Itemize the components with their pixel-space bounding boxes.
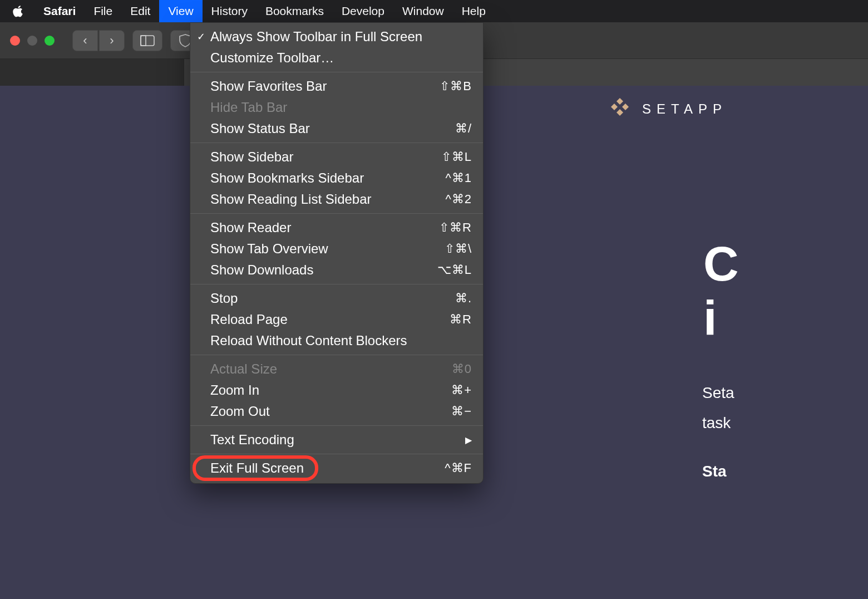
menu-item-label: Show Tab Overview bbox=[210, 241, 328, 257]
menu-item-shortcut: ⌘+ bbox=[451, 383, 472, 397]
menu-item-actual-size: Actual Size⌘0 bbox=[190, 359, 483, 380]
menu-item-shortcut: ^⌘1 bbox=[445, 171, 472, 185]
menu-item-label: Show Favorites Bar bbox=[210, 78, 327, 94]
view-menu[interactable]: View bbox=[159, 0, 202, 22]
menu-item-label: Exit Full Screen bbox=[210, 460, 304, 476]
menu-item-shortcut: ⌘− bbox=[451, 404, 472, 419]
help-menu[interactable]: Help bbox=[453, 0, 495, 22]
menu-item-label: Show Bookmarks Sidebar bbox=[210, 170, 364, 186]
menu-item-shortcut: ⌘/ bbox=[455, 121, 472, 136]
menu-item-label: Text Encoding bbox=[210, 432, 294, 448]
menu-item-label: Always Show Toolbar in Full Screen bbox=[210, 29, 422, 45]
menu-item-shortcut: ⌘0 bbox=[452, 362, 472, 376]
menu-item-show-downloads[interactable]: Show Downloads⌥⌘L bbox=[190, 259, 483, 281]
develop-menu[interactable]: Develop bbox=[333, 0, 393, 22]
menu-item-shortcut: ⌘. bbox=[455, 291, 472, 306]
menu-item-label: Zoom In bbox=[210, 382, 259, 398]
traffic-lights bbox=[10, 36, 55, 46]
chevron-right-icon: › bbox=[110, 33, 114, 48]
menu-item-label: Show Reader bbox=[210, 220, 291, 235]
menu-item-label: Reload Without Content Blockers bbox=[210, 333, 407, 348]
menu-separator bbox=[190, 454, 483, 454]
menu-item-always-show-toolbar-in-full-screen[interactable]: ✓Always Show Toolbar in Full Screen bbox=[190, 26, 483, 47]
hero-heading: C i bbox=[703, 237, 739, 345]
menu-item-label: Actual Size bbox=[210, 361, 277, 377]
menu-item-shortcut: ⇧⌘\ bbox=[445, 242, 472, 256]
history-menu[interactable]: History bbox=[203, 0, 257, 22]
menu-item-shortcut: ⇧⌘R bbox=[439, 220, 472, 235]
menu-item-customize-toolbar[interactable]: Customize Toolbar… bbox=[190, 47, 483, 68]
menu-item-shortcut: ⌘R bbox=[450, 312, 472, 327]
menu-item-shortcut: ^⌘F bbox=[445, 461, 472, 475]
menu-item-text-encoding[interactable]: Text Encoding▶ bbox=[190, 429, 483, 450]
setapp-mark-icon bbox=[608, 97, 632, 121]
window-menu[interactable]: Window bbox=[393, 0, 453, 22]
menu-separator bbox=[190, 213, 483, 214]
menu-item-show-sidebar[interactable]: Show Sidebar⇧⌘L bbox=[190, 146, 483, 168]
hero-body: Seta task Sta bbox=[702, 380, 734, 485]
menu-item-shortcut: ^⌘2 bbox=[445, 192, 472, 207]
edit-menu[interactable]: Edit bbox=[121, 0, 159, 22]
menu-separator bbox=[190, 355, 483, 355]
menu-item-zoom-in[interactable]: Zoom In⌘+ bbox=[190, 380, 483, 401]
menu-item-show-tab-overview[interactable]: Show Tab Overview⇧⌘\ bbox=[190, 238, 483, 259]
menu-separator bbox=[190, 143, 483, 143]
menu-item-label: Show Sidebar bbox=[210, 149, 293, 165]
menu-item-shortcut: ⇧⌘L bbox=[441, 150, 472, 164]
menu-item-show-reading-list-sidebar[interactable]: Show Reading List Sidebar^⌘2 bbox=[190, 189, 483, 210]
setapp-logo[interactable]: SETAPP bbox=[608, 97, 727, 121]
menu-item-exit-full-screen[interactable]: Exit Full Screen^⌘F bbox=[190, 458, 483, 479]
menu-item-show-favorites-bar[interactable]: Show Favorites Bar⇧⌘B bbox=[190, 76, 483, 97]
submenu-arrow-icon: ▶ bbox=[465, 435, 472, 445]
menu-item-zoom-out[interactable]: Zoom Out⌘− bbox=[190, 401, 483, 422]
menu-item-show-bookmarks-sidebar[interactable]: Show Bookmarks Sidebar^⌘1 bbox=[190, 168, 483, 189]
menu-item-show-status-bar[interactable]: Show Status Bar⌘/ bbox=[190, 118, 483, 139]
menu-item-label: Hide Tab Bar bbox=[210, 100, 287, 115]
menu-item-shortcut: ⌥⌘L bbox=[437, 263, 472, 277]
close-button[interactable] bbox=[10, 36, 20, 46]
menu-separator bbox=[190, 425, 483, 426]
menu-item-shortcut: ⇧⌘B bbox=[440, 79, 472, 94]
forward-button[interactable]: › bbox=[99, 30, 125, 51]
svg-rect-1 bbox=[141, 36, 146, 46]
menu-bar[interactable]: Safari File Edit View History Bookmarks … bbox=[0, 0, 868, 22]
checkmark-icon: ✓ bbox=[197, 31, 205, 43]
svg-rect-0 bbox=[141, 36, 154, 46]
menu-item-show-reader[interactable]: Show Reader⇧⌘R bbox=[190, 217, 483, 238]
bookmarks-menu[interactable]: Bookmarks bbox=[257, 0, 333, 22]
back-button[interactable]: ‹ bbox=[72, 30, 98, 51]
menu-separator bbox=[190, 284, 483, 284]
sidebar-icon bbox=[140, 35, 155, 46]
minimize-button[interactable] bbox=[27, 36, 37, 46]
sidebar-toggle-button[interactable] bbox=[132, 30, 162, 51]
menu-item-label: Show Status Bar bbox=[210, 121, 310, 136]
maximize-button[interactable] bbox=[45, 36, 55, 46]
menu-item-label: Show Reading List Sidebar bbox=[210, 192, 372, 207]
apple-logo-icon[interactable] bbox=[12, 5, 24, 17]
setapp-wordmark: SETAPP bbox=[642, 101, 727, 117]
menu-item-label: Zoom Out bbox=[210, 404, 270, 419]
menu-item-label: Customize Toolbar… bbox=[210, 50, 334, 66]
menu-item-hide-tab-bar: Hide Tab Bar bbox=[190, 97, 483, 118]
menu-item-label: Stop bbox=[210, 291, 238, 306]
menu-item-label: Show Downloads bbox=[210, 262, 313, 278]
menu-item-reload-page[interactable]: Reload Page⌘R bbox=[190, 309, 483, 330]
menu-item-reload-without-content-blockers[interactable]: Reload Without Content Blockers bbox=[190, 330, 483, 351]
menu-item-label: Reload Page bbox=[210, 312, 288, 327]
file-menu[interactable]: File bbox=[85, 0, 121, 22]
view-menu-dropdown[interactable]: ✓Always Show Toolbar in Full ScreenCusto… bbox=[190, 22, 484, 484]
menu-item-stop[interactable]: Stop⌘. bbox=[190, 288, 483, 309]
menu-separator bbox=[190, 72, 483, 72]
nav-buttons: ‹ › bbox=[72, 30, 125, 51]
chevron-left-icon: ‹ bbox=[83, 33, 87, 48]
app-menu[interactable]: Safari bbox=[34, 0, 85, 22]
